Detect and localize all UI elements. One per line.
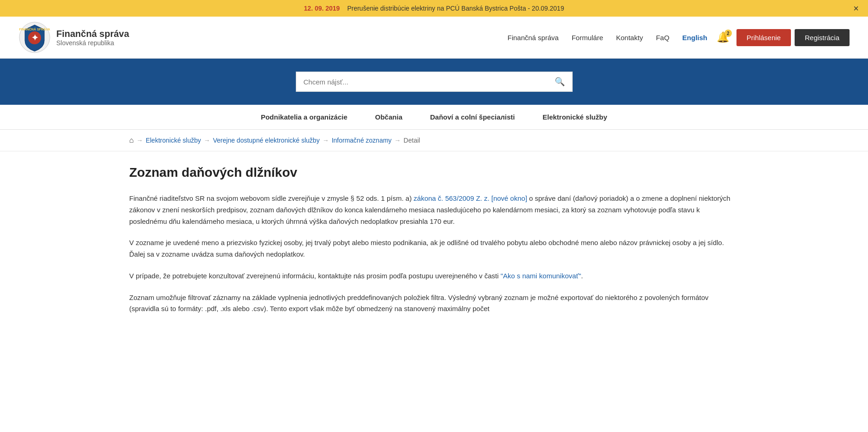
zakon-link[interactable]: zákona č. 563/2009 Z. z. [nové okno]: [413, 194, 527, 202]
notifications-button[interactable]: 🔔 2: [717, 31, 729, 43]
login-button[interactable]: Prihlásenie: [736, 29, 791, 46]
announcement-date: 12. 09. 2019: [304, 5, 340, 12]
breadcrumb-arrow-2: →: [204, 137, 210, 144]
paragraph-4: Zoznam umožňuje filtrovať záznamy na zák…: [129, 292, 739, 315]
breadcrumb-detail: Detail: [404, 137, 420, 144]
announcement-text: Prerušenie distribúcie elektriny na PCÚ …: [347, 5, 564, 12]
close-button[interactable]: ×: [853, 4, 859, 13]
secondary-navigation: Podnikatelia a organizácie Občania Daňov…: [0, 105, 868, 130]
logo-text: Finančná správa Slovenská republika: [56, 29, 129, 47]
header: ✦ FINANČNÁ SPRÁVA Finančná správa Sloven…: [0, 17, 868, 59]
nav-english[interactable]: English: [682, 34, 707, 42]
breadcrumb-verejne-dostupne[interactable]: Verejne dostupné elektronické služby: [213, 137, 320, 144]
nav-danovi-specialisti[interactable]: Daňoví a colní špeciалisti: [430, 113, 515, 121]
page-title: Zoznam daňových dlžníkov: [129, 165, 739, 180]
nav-faq[interactable]: FaQ: [656, 34, 669, 42]
nav-kontakty[interactable]: Kontakty: [616, 34, 643, 42]
breadcrumb: ⌂ → Elektronické služby → Verejne dostup…: [0, 130, 868, 151]
paragraph-3: V prípade, že potrebujete konzultovať zv…: [129, 270, 739, 282]
nav-obcania[interactable]: Občania: [375, 113, 402, 121]
paragraph-2: V zozname je uvedené meno a priezvisko f…: [129, 237, 739, 260]
breadcrumb-home-icon[interactable]: ⌂: [129, 136, 134, 144]
announcement-bar: 12. 09. 2019 Prerušenie distribúcie elek…: [0, 0, 868, 17]
komunikovat-link[interactable]: "Ako s nami komunikovať": [501, 272, 581, 280]
search-section: 🔍: [0, 59, 868, 105]
logo-area: ✦ FINANČNÁ SPRÁVA Finančná správa Sloven…: [18, 21, 129, 54]
notification-badge: 2: [724, 30, 732, 37]
main-navigation: Finančná správa Formuláre Kontakty FaQ E…: [508, 34, 707, 42]
p1-before-link: Finančné riaditeľstvo SR na svojom webov…: [129, 194, 413, 202]
p3-before-link: V prípade, že potrebujete konzultovať zv…: [129, 272, 501, 280]
search-button[interactable]: 🔍: [547, 72, 573, 92]
svg-text:✦: ✦: [31, 33, 38, 42]
svg-text:FINANČNÁ SPRÁVA: FINANČNÁ SPRÁVA: [19, 27, 50, 31]
nav-financna-sprava[interactable]: Finančná správa: [508, 34, 559, 42]
nav-elektronicke-sluzby[interactable]: Elektronické služby: [543, 113, 607, 121]
breadcrumb-informacne-zoznamy[interactable]: Informačné zoznamy: [332, 137, 392, 144]
search-input[interactable]: [296, 72, 547, 92]
breadcrumb-arrow-3: →: [323, 137, 329, 144]
logo-subtitle: Slovenská republika: [56, 39, 129, 47]
logo-title: Finančná správa: [56, 29, 129, 39]
breadcrumb-elektronicke-sluzby[interactable]: Elektronické služby: [146, 137, 201, 144]
nav-formulare[interactable]: Formuláre: [572, 34, 603, 42]
p3-period: .: [581, 272, 583, 280]
logo-shield-icon: ✦ FINANČNÁ SPRÁVA: [18, 21, 51, 54]
search-box: 🔍: [296, 72, 573, 92]
breadcrumb-arrow-1: →: [137, 137, 143, 144]
nav-podnikatelia[interactable]: Podnikatelia a organizácie: [261, 113, 347, 121]
breadcrumb-arrow-4: →: [395, 137, 401, 144]
main-content: Zoznam daňových dlžníkov Finančné riadit…: [0, 151, 868, 353]
register-button[interactable]: Registrácia: [795, 29, 850, 46]
paragraph-1: Finančné riaditeľstvo SR na svojom webov…: [129, 193, 739, 227]
